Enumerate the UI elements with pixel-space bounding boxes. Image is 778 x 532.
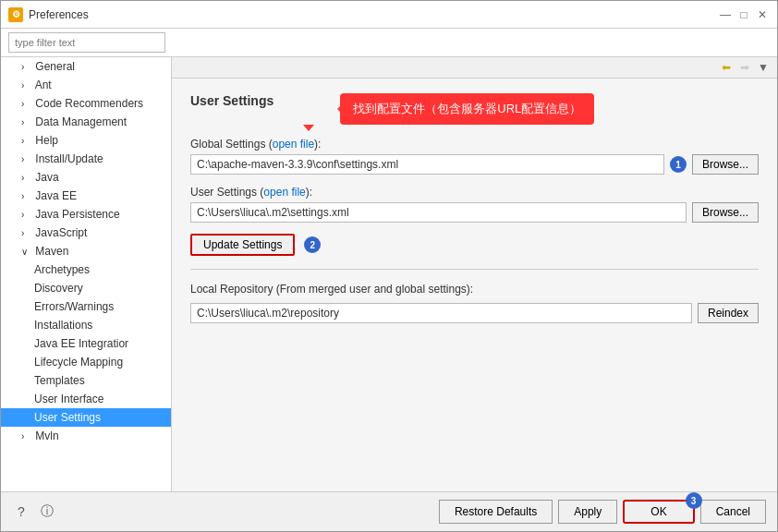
search-bar <box>1 29 777 57</box>
panel-header: User Settings 找到配置文件（包含服务器URL配置信息） <box>190 93 759 125</box>
expand-arrow: › <box>21 228 32 238</box>
sidebar-item-help[interactable]: › Help <box>1 131 171 150</box>
bottom-buttons: Restore Defaults Apply OK 3 Cancel <box>439 500 766 524</box>
expand-arrow: › <box>21 62 32 72</box>
ok-button[interactable]: OK <box>623 500 694 524</box>
badge-two: 2 <box>304 236 321 253</box>
settings-panel: User Settings 找到配置文件（包含服务器URL配置信息） Globa… <box>172 79 777 491</box>
expand-arrow: › <box>21 191 32 201</box>
apply-button[interactable]: Apply <box>558 500 617 524</box>
sidebar-item-install-update[interactable]: › Install/Update <box>1 150 171 168</box>
ok-container: OK 3 <box>623 500 694 524</box>
sidebar-item-user-settings[interactable]: User Settings <box>1 408 171 427</box>
tooltip-container: 找到配置文件（包含服务器URL配置信息） <box>285 93 594 125</box>
reindex-button[interactable]: Reindex <box>698 303 759 323</box>
expand-arrow: › <box>21 117 32 127</box>
tooltip-arrow <box>303 125 314 131</box>
sidebar-item-discovery[interactable]: Discovery <box>1 279 171 297</box>
local-repo-row: Reindex <box>190 303 759 323</box>
restore-defaults-button[interactable]: Restore Defaults <box>439 500 553 524</box>
sidebar-item-code-recommenders[interactable]: › Code Recommenders <box>1 94 171 113</box>
user-settings-row: Browse... <box>190 202 759 223</box>
global-settings-input[interactable] <box>190 154 664 175</box>
close-button[interactable]: ✕ <box>755 7 770 22</box>
sidebar-item-lifecycle-mapping[interactable]: Lifecycle Mapping <box>1 353 171 371</box>
sidebar-item-java-ee-integration[interactable]: Java EE Integratior <box>1 334 171 353</box>
minimize-button[interactable]: — <box>718 7 733 22</box>
window-controls: — □ ✕ <box>718 7 770 22</box>
user-browse-button[interactable]: Browse... <box>692 202 759 223</box>
sidebar: › General › Ant › Code Recommenders › Da… <box>1 57 172 491</box>
sidebar-item-java[interactable]: › Java <box>1 168 171 187</box>
bottom-icons: ? ⓘ <box>12 502 56 521</box>
sidebar-item-ant[interactable]: › Ant <box>1 76 171 94</box>
sidebar-item-mvln[interactable]: › Mvln <box>1 427 171 445</box>
cancel-button[interactable]: Cancel <box>700 500 766 524</box>
sidebar-item-java-ee[interactable]: › Java EE <box>1 187 171 205</box>
sidebar-item-errors-warnings[interactable]: Errors/Warnings <box>1 297 171 316</box>
sidebar-item-installations[interactable]: Installations <box>1 316 171 334</box>
sidebar-item-user-interface[interactable]: User Interface <box>1 390 171 408</box>
global-settings-link[interactable]: open file <box>273 138 314 151</box>
expand-arrow: › <box>21 136 32 146</box>
update-settings-button[interactable]: Update Settings <box>190 234 295 256</box>
help-icon-button[interactable]: ? <box>12 502 30 521</box>
user-settings-label: User Settings (open file): <box>190 186 759 199</box>
panel-title: User Settings <box>190 93 274 108</box>
section-divider <box>190 269 759 270</box>
search-input[interactable] <box>8 32 165 53</box>
expand-arrow: › <box>21 99 32 109</box>
badge-one: 1 <box>670 156 687 173</box>
title-bar: ⚙ Preferences — □ ✕ <box>1 1 777 29</box>
expand-arrow: › <box>21 154 32 164</box>
user-settings-link[interactable]: open file <box>263 186 305 199</box>
local-repo-input[interactable] <box>190 303 692 323</box>
sidebar-item-data-management[interactable]: › Data Management <box>1 113 171 131</box>
dropdown-arrow[interactable]: ▼ <box>755 59 772 76</box>
preferences-window: ⚙ Preferences — □ ✕ › General › Ant › Co… <box>0 0 778 532</box>
sidebar-item-javascript[interactable]: › JavaScript <box>1 224 171 242</box>
bottom-bar: ? ⓘ Restore Defaults Apply OK 3 Cancel <box>1 491 777 531</box>
global-settings-row: 1 Browse... <box>190 154 759 175</box>
window-title: Preferences <box>29 8 89 21</box>
info-icon-button[interactable]: ⓘ <box>38 502 56 521</box>
sidebar-item-java-persistence[interactable]: › Java Persistence <box>1 205 171 224</box>
tooltip-text: 找到配置文件（包含服务器URL配置信息） <box>340 93 594 125</box>
title-bar-left: ⚙ Preferences <box>8 7 89 22</box>
forward-button[interactable]: ➡ <box>736 59 753 76</box>
expand-arrow: › <box>21 173 32 183</box>
expand-arrow: › <box>21 80 32 91</box>
expand-arrow: ∨ <box>21 247 32 257</box>
user-settings-input[interactable] <box>190 202 687 223</box>
app-icon: ⚙ <box>8 7 23 22</box>
expand-arrow: › <box>21 431 32 441</box>
back-button[interactable]: ⬅ <box>718 59 735 76</box>
sidebar-item-archetypes[interactable]: Archetypes <box>1 260 171 279</box>
global-settings-label: Global Settings (open file): <box>190 138 759 151</box>
sidebar-item-general[interactable]: › General <box>1 57 171 76</box>
update-settings-row: Update Settings 2 <box>190 234 759 256</box>
expand-arrow: › <box>21 210 32 220</box>
maximize-button[interactable]: □ <box>736 7 751 22</box>
toolbar: ⬅ ➡ ▼ <box>172 57 777 79</box>
badge-three: 3 <box>686 492 702 509</box>
main-content: › General › Ant › Code Recommenders › Da… <box>1 57 777 491</box>
global-browse-button[interactable]: Browse... <box>692 154 759 175</box>
sidebar-item-maven[interactable]: ∨ Maven <box>1 242 171 260</box>
local-repo-label: Local Repository (From merged user and g… <box>190 283 759 296</box>
sidebar-item-templates[interactable]: Templates <box>1 371 171 390</box>
